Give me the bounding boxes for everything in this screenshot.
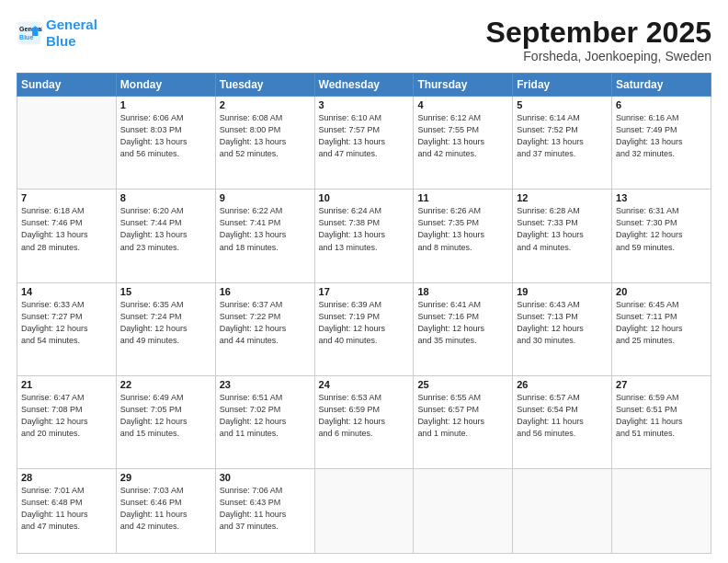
day-number: 14 [21,286,112,297]
day-number: 2 [220,99,311,110]
calendar-cell: 8Sunrise: 6:20 AM Sunset: 7:44 PM Daylig… [116,190,215,282]
day-info: Sunrise: 7:06 AM Sunset: 6:43 PM Dayligh… [220,485,311,533]
weekday-header: Tuesday [215,74,314,97]
calendar-cell: 9Sunrise: 6:22 AM Sunset: 7:41 PM Daylig… [215,190,314,282]
day-number: 21 [21,379,112,390]
day-info: Sunrise: 6:06 AM Sunset: 8:03 PM Dayligh… [120,112,211,160]
calendar-cell: 19Sunrise: 6:43 AM Sunset: 7:13 PM Dayli… [513,282,612,375]
calendar-week-row: 21Sunrise: 6:47 AM Sunset: 7:08 PM Dayli… [17,375,711,468]
weekday-header: Saturday [612,74,711,97]
calendar-cell: 15Sunrise: 6:35 AM Sunset: 7:24 PM Dayli… [116,282,215,375]
day-number: 5 [517,99,608,110]
day-number: 25 [417,379,508,390]
calendar-cell: 3Sunrise: 6:10 AM Sunset: 7:57 PM Daylig… [314,97,414,190]
weekday-header: Monday [116,74,215,97]
day-number: 12 [517,192,608,203]
day-number: 8 [120,192,211,203]
calendar-cell: 4Sunrise: 6:12 AM Sunset: 7:55 PM Daylig… [414,97,513,190]
calendar-cell: 25Sunrise: 6:55 AM Sunset: 6:57 PM Dayli… [414,375,513,468]
day-info: Sunrise: 6:55 AM Sunset: 6:57 PM Dayligh… [417,392,508,440]
calendar-cell [513,468,612,553]
day-info: Sunrise: 6:14 AM Sunset: 7:52 PM Dayligh… [517,112,608,160]
logo-text: GeneralBlue [46,17,97,50]
weekday-header: Friday [513,74,612,97]
day-info: Sunrise: 6:59 AM Sunset: 6:51 PM Dayligh… [616,392,707,440]
day-number: 18 [417,286,508,297]
calendar-cell: 1Sunrise: 6:06 AM Sunset: 8:03 PM Daylig… [116,97,215,190]
day-number: 4 [417,99,508,110]
calendar-cell: 21Sunrise: 6:47 AM Sunset: 7:08 PM Dayli… [17,375,117,468]
day-number: 3 [319,99,410,110]
day-number: 29 [120,472,211,483]
calendar-cell [612,468,711,553]
calendar-week-row: 14Sunrise: 6:33 AM Sunset: 7:27 PM Dayli… [17,282,711,375]
calendar-cell: 30Sunrise: 7:06 AM Sunset: 6:43 PM Dayli… [215,468,314,553]
day-info: Sunrise: 6:10 AM Sunset: 7:57 PM Dayligh… [319,112,410,160]
calendar-cell: 10Sunrise: 6:24 AM Sunset: 7:38 PM Dayli… [314,190,414,282]
logo: General Blue GeneralBlue [17,17,97,50]
calendar-cell [314,468,414,553]
day-info: Sunrise: 6:26 AM Sunset: 7:35 PM Dayligh… [417,205,508,253]
calendar-cell: 26Sunrise: 6:57 AM Sunset: 6:54 PM Dayli… [513,375,612,468]
calendar-cell: 13Sunrise: 6:31 AM Sunset: 7:30 PM Dayli… [612,190,711,282]
calendar-week-row: 28Sunrise: 7:01 AM Sunset: 6:48 PM Dayli… [17,468,711,553]
calendar-cell: 11Sunrise: 6:26 AM Sunset: 7:35 PM Dayli… [414,190,513,282]
day-number: 23 [220,379,311,390]
day-number: 30 [220,472,311,483]
day-number: 15 [120,286,211,297]
day-number: 22 [120,379,211,390]
day-info: Sunrise: 6:43 AM Sunset: 7:13 PM Dayligh… [517,299,608,347]
header: General Blue GeneralBlue September 2025 … [17,17,711,63]
calendar-cell: 6Sunrise: 6:16 AM Sunset: 7:49 PM Daylig… [612,97,711,190]
calendar-cell: 18Sunrise: 6:41 AM Sunset: 7:16 PM Dayli… [414,282,513,375]
weekday-header: Wednesday [314,74,414,97]
calendar-table: SundayMondayTuesdayWednesdayThursdayFrid… [17,73,711,554]
calendar-cell: 7Sunrise: 6:18 AM Sunset: 7:46 PM Daylig… [17,190,117,282]
day-number: 26 [517,379,608,390]
calendar-cell: 27Sunrise: 6:59 AM Sunset: 6:51 PM Dayli… [612,375,711,468]
day-number: 6 [616,99,707,110]
day-number: 20 [616,286,707,297]
day-number: 1 [120,99,211,110]
day-info: Sunrise: 6:28 AM Sunset: 7:33 PM Dayligh… [517,205,608,253]
day-number: 9 [220,192,311,203]
weekday-header: Sunday [17,74,117,97]
day-info: Sunrise: 7:03 AM Sunset: 6:46 PM Dayligh… [120,485,211,533]
calendar-cell [17,97,117,190]
month-title: September 2025 [486,17,711,49]
day-info: Sunrise: 6:33 AM Sunset: 7:27 PM Dayligh… [21,299,112,347]
weekday-header: Thursday [414,74,513,97]
day-number: 11 [417,192,508,203]
calendar-cell: 28Sunrise: 7:01 AM Sunset: 6:48 PM Dayli… [17,468,117,553]
title-block: September 2025 Forsheda, Joenkoeping, Sw… [486,17,711,63]
day-info: Sunrise: 6:12 AM Sunset: 7:55 PM Dayligh… [417,112,508,160]
day-info: Sunrise: 6:08 AM Sunset: 8:00 PM Dayligh… [220,112,311,160]
calendar-cell: 24Sunrise: 6:53 AM Sunset: 6:59 PM Dayli… [314,375,414,468]
logo-icon: General Blue [17,20,42,46]
day-number: 17 [319,286,410,297]
day-info: Sunrise: 6:20 AM Sunset: 7:44 PM Dayligh… [120,205,211,253]
day-info: Sunrise: 6:53 AM Sunset: 6:59 PM Dayligh… [319,392,410,440]
calendar-cell: 16Sunrise: 6:37 AM Sunset: 7:22 PM Dayli… [215,282,314,375]
calendar-week-row: 7Sunrise: 6:18 AM Sunset: 7:46 PM Daylig… [17,190,711,282]
day-info: Sunrise: 7:01 AM Sunset: 6:48 PM Dayligh… [21,485,112,533]
calendar-cell: 23Sunrise: 6:51 AM Sunset: 7:02 PM Dayli… [215,375,314,468]
day-info: Sunrise: 6:57 AM Sunset: 6:54 PM Dayligh… [517,392,608,440]
day-info: Sunrise: 6:49 AM Sunset: 7:05 PM Dayligh… [120,392,211,440]
calendar-cell: 2Sunrise: 6:08 AM Sunset: 8:00 PM Daylig… [215,97,314,190]
day-info: Sunrise: 6:41 AM Sunset: 7:16 PM Dayligh… [417,299,508,347]
day-info: Sunrise: 6:47 AM Sunset: 7:08 PM Dayligh… [21,392,112,440]
day-number: 16 [220,286,311,297]
calendar-cell: 22Sunrise: 6:49 AM Sunset: 7:05 PM Dayli… [116,375,215,468]
day-info: Sunrise: 6:31 AM Sunset: 7:30 PM Dayligh… [616,205,707,253]
day-number: 24 [319,379,410,390]
calendar-week-row: 1Sunrise: 6:06 AM Sunset: 8:03 PM Daylig… [17,97,711,190]
day-info: Sunrise: 6:35 AM Sunset: 7:24 PM Dayligh… [120,299,211,347]
day-info: Sunrise: 6:22 AM Sunset: 7:41 PM Dayligh… [220,205,311,253]
day-number: 28 [21,472,112,483]
calendar-cell: 12Sunrise: 6:28 AM Sunset: 7:33 PM Dayli… [513,190,612,282]
day-info: Sunrise: 6:18 AM Sunset: 7:46 PM Dayligh… [21,205,112,253]
day-info: Sunrise: 6:16 AM Sunset: 7:49 PM Dayligh… [616,112,707,160]
day-info: Sunrise: 6:51 AM Sunset: 7:02 PM Dayligh… [220,392,311,440]
day-number: 7 [21,192,112,203]
